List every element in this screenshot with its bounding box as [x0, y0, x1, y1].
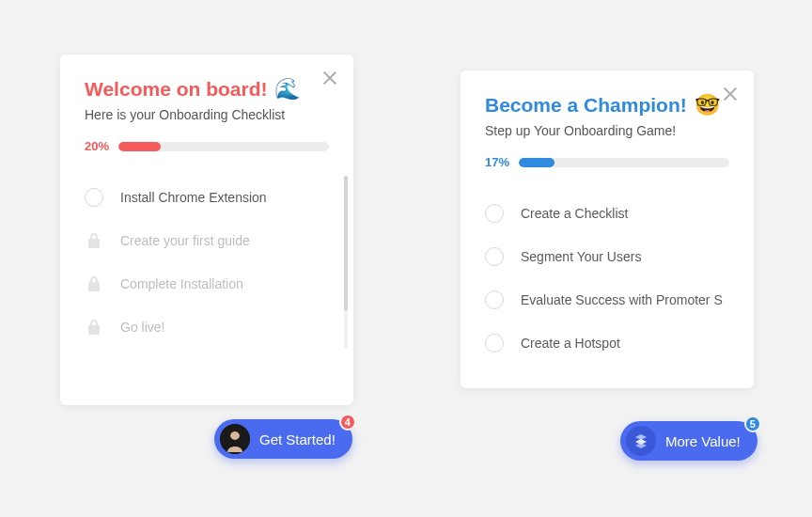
notification-badge: 4 [339, 414, 356, 431]
card-title: Become a Champion! 🤓 [485, 93, 729, 118]
checkbox-icon [485, 290, 504, 309]
progress-percent: 17% [485, 155, 509, 169]
more-value-button[interactable]: More Value! 5 [620, 421, 757, 461]
item-label: Create a Checklist [521, 206, 628, 221]
list-item: Complete Installation [85, 262, 323, 306]
card-title: Welcome on board! 🌊 [85, 77, 329, 102]
progress-percent: 20% [85, 139, 109, 153]
list-item: Create your first guide [85, 219, 323, 262]
pill-label: Get Started! [259, 431, 336, 447]
checklist: Create a Checklist Segment Your Users Ev… [485, 192, 729, 365]
item-label: Install Chrome Extension [120, 190, 267, 205]
scrollbar[interactable] [344, 176, 348, 349]
lock-icon [85, 231, 103, 250]
champion-card: Become a Champion! 🤓 Step up Your Onboar… [461, 70, 754, 388]
progress-fill [519, 158, 554, 167]
notification-badge: 5 [744, 415, 761, 432]
item-label: Evaluate Success with Promoter S [521, 292, 723, 307]
lock-icon [85, 274, 103, 293]
progress-bar [519, 158, 729, 167]
layers-icon [626, 426, 656, 456]
list-item[interactable]: Install Chrome Extension [85, 176, 323, 219]
list-item[interactable]: Create a Hotspot [485, 321, 724, 365]
onboarding-card: Welcome on board! 🌊 Here is your Onboard… [60, 55, 353, 405]
pill-label: More Value! [665, 433, 741, 449]
list-item[interactable]: Create a Checklist [485, 192, 724, 235]
list-item: Go live! [85, 306, 323, 349]
wave-icon: 🌊 [274, 77, 300, 102]
list-item[interactable]: Evaluate Success with Promoter S [485, 278, 724, 321]
card-title-text: Become a Champion! [485, 94, 687, 117]
item-label: Create your first guide [120, 233, 250, 248]
progress-fill [118, 142, 161, 151]
item-label: Complete Installation [120, 276, 243, 291]
checkbox-icon [485, 334, 504, 352]
progress-row: 20% [85, 139, 329, 153]
card-subtitle: Here is your Onboarding Checklist [85, 107, 329, 122]
item-label: Create a Hotspot [521, 336, 620, 351]
progress-row: 17% [485, 155, 729, 169]
checkbox-icon [485, 247, 504, 266]
card-subtitle: Step up Your Onboarding Game! [485, 123, 729, 138]
close-icon[interactable] [321, 70, 338, 86]
item-label: Go live! [120, 320, 164, 335]
progress-bar [118, 142, 329, 151]
scrollbar-thumb[interactable] [344, 176, 348, 311]
avatar [220, 424, 250, 454]
list-item[interactable]: Segment Your Users [485, 235, 724, 278]
checkbox-icon [485, 204, 504, 223]
nerd-icon: 🤓 [695, 93, 720, 118]
checkbox-icon [85, 188, 103, 207]
get-started-button[interactable]: Get Started! 4 [214, 419, 352, 459]
item-label: Segment Your Users [521, 249, 641, 264]
lock-icon [85, 318, 103, 337]
close-icon[interactable] [722, 86, 739, 102]
checklist: Install Chrome Extension Create your fir… [85, 176, 329, 349]
card-title-text: Welcome on board! [85, 78, 267, 101]
